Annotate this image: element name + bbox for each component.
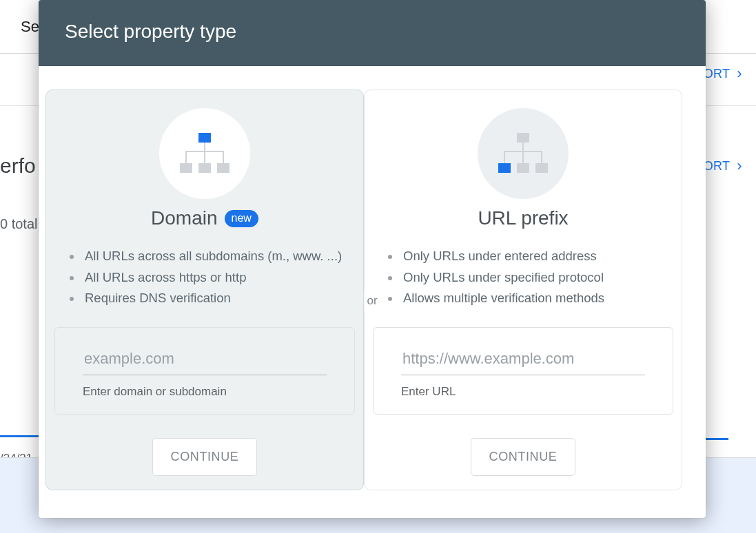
url-prefix-bullet-2: Only URLs under specified protocol xyxy=(400,267,604,289)
url-prefix-continue-button[interactable]: CONTINUE xyxy=(471,438,576,476)
new-badge: new xyxy=(225,210,258,227)
url-prefix-bullet-1: Only URLs under entered address xyxy=(400,246,604,267)
url-prefix-input-area: Enter URL xyxy=(373,327,673,415)
domain-bullet-2: All URLs across https or http xyxy=(82,267,342,289)
site-tree-icon xyxy=(177,133,232,174)
domain-continue-button[interactable]: CONTINUE xyxy=(152,438,258,476)
url-prefix-input-helper: Enter URL xyxy=(401,385,645,399)
domain-property-card[interactable]: Domain new All URLs across all subdomain… xyxy=(45,90,364,490)
url-prefix-title-row: URL prefix xyxy=(478,207,568,229)
domain-bullet-3: Requires DNS verification xyxy=(82,288,342,309)
select-property-type-dialog: Select property type Domain new xyxy=(39,0,706,518)
domain-input[interactable] xyxy=(83,346,327,375)
domain-input-helper: Enter domain or subdomain xyxy=(83,385,327,399)
url-prefix-title: URL prefix xyxy=(478,207,568,229)
domain-input-area: Enter domain or subdomain xyxy=(54,327,355,415)
domain-icon-circle xyxy=(159,108,250,199)
modal-overlay: Select property type Domain new xyxy=(0,0,756,533)
domain-title: Domain xyxy=(151,207,217,229)
url-prefix-bullets: Only URLs under entered address Only URL… xyxy=(373,246,604,309)
domain-bullet-1: All URLs across all subdomains (m., www.… xyxy=(82,246,342,267)
domain-bullets: All URLs across all subdomains (m., www.… xyxy=(54,246,342,309)
domain-title-row: Domain new xyxy=(151,207,258,229)
url-prefix-icon-circle xyxy=(478,108,569,199)
url-prefix-property-card[interactable]: URL prefix Only URLs under entered addre… xyxy=(364,90,682,490)
or-separator: or xyxy=(364,291,380,311)
url-prefix-bullet-3: Allows multiple verification methods xyxy=(400,288,604,309)
url-prefix-input[interactable] xyxy=(401,346,645,375)
dialog-body: Domain new All URLs across all subdomain… xyxy=(39,66,706,518)
site-tree-icon xyxy=(496,133,551,174)
dialog-title: Select property type xyxy=(39,0,706,66)
